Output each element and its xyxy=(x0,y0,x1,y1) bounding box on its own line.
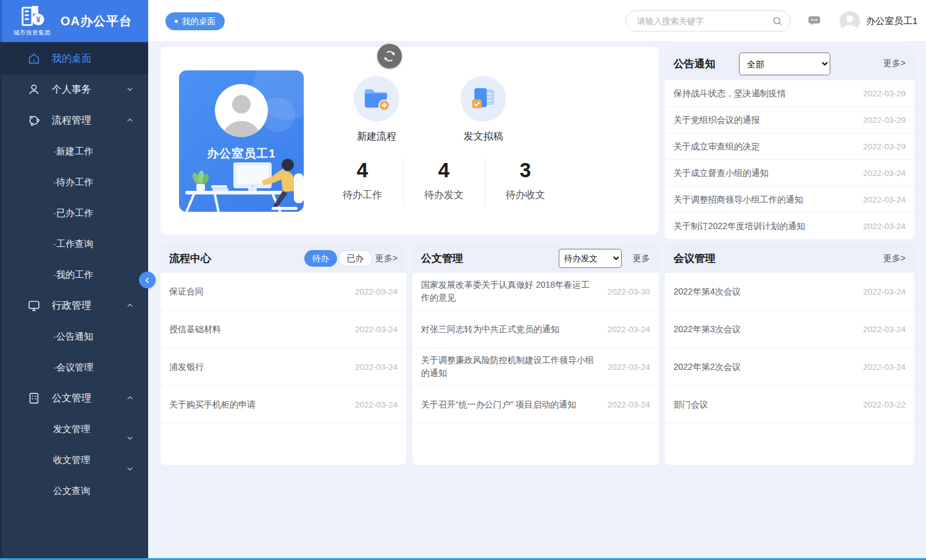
sidebar-item-incoming-doc[interactable]: 收文管理 xyxy=(0,445,148,475)
more-link[interactable]: 更多 xyxy=(633,253,650,264)
card-avatar xyxy=(215,84,268,137)
tab-my-desktop[interactable]: 我的桌面 xyxy=(165,12,225,30)
stat-todo-outgoing[interactable]: 4 待办发文 xyxy=(401,158,487,202)
panel-title: 会议管理 xyxy=(674,251,715,265)
chevron-down-icon xyxy=(125,85,135,94)
stat-label: 待办收文 xyxy=(482,189,569,202)
list-item[interactable]: 2022年第3次会议2022-03-24 xyxy=(665,311,914,348)
tab-todo[interactable]: 待办 xyxy=(304,250,337,267)
meetings-panel: 会议管理 更多> 2022年第4次会议2022-03-24 2022年第3次会议… xyxy=(665,244,914,465)
sidebar-item-work-query[interactable]: ·工作查询 xyxy=(0,228,148,259)
list-item[interactable]: 2022年第4次会议2022-03-24 xyxy=(665,273,914,311)
chevron-left-icon xyxy=(143,275,152,285)
refresh-button[interactable] xyxy=(377,44,402,69)
workflow-icon xyxy=(27,114,41,127)
quick-action-label: 发文拟稿 xyxy=(440,130,527,143)
stat-todo-work[interactable]: 4 待办工作 xyxy=(319,158,406,202)
meetings-header: 会议管理 更多> xyxy=(665,244,914,273)
company-logo: ¥ 城市投资集团 xyxy=(12,2,52,37)
more-link[interactable]: 更多> xyxy=(883,58,906,69)
meetings-list: 2022年第4次会议2022-03-24 2022年第3次会议2022-03-2… xyxy=(665,273,914,424)
list-item[interactable]: 国家发展改革委关于认真做好 2018年春运工作的意见2022-03-30 xyxy=(412,273,659,311)
list-item[interactable]: 对张三同志转为中共正式党员的通知2022-03-24 xyxy=(412,311,659,348)
workspace-illustration xyxy=(179,155,304,212)
sidebar-item-process-mgmt[interactable]: 流程管理 xyxy=(0,105,148,136)
list-item[interactable]: 部门会议2022-03-22 xyxy=(665,386,914,424)
tab-done[interactable]: 已办 xyxy=(338,250,372,267)
stat-todo-incoming[interactable]: 3 待办收文 xyxy=(482,158,569,202)
quick-action-label: 新建流程 xyxy=(333,130,420,143)
message-icon[interactable] xyxy=(807,15,821,27)
window-left-edge xyxy=(0,0,2,560)
sidebar-item-my-work[interactable]: ·我的工作 xyxy=(0,259,148,290)
announcements-header: 公告通知 全部 更多> xyxy=(665,47,914,80)
stat-divider xyxy=(485,158,485,206)
sidebar-item-doc-query[interactable]: 公文查询 xyxy=(0,475,148,506)
more-link[interactable]: 更多> xyxy=(375,253,398,264)
quick-action-new-process[interactable]: 新建流程 xyxy=(333,76,420,143)
sidebar-header: ¥ 城市投资集团 OA办公平台 xyxy=(0,0,148,42)
process-center-panel: 流程中心 待办 已办 更多> 保证合同2022-03-24 授信基础材料2022… xyxy=(161,244,406,465)
topbar: 我的桌面 办公室员工1 xyxy=(148,0,926,42)
chevron-down-icon xyxy=(125,455,135,464)
stat-value: 4 xyxy=(319,158,406,183)
sidebar-item-outgoing-doc[interactable]: 发文管理 xyxy=(0,414,148,445)
documents-filter-select[interactable]: 待办发文 xyxy=(559,249,622,268)
user-avatar[interactable] xyxy=(840,11,860,31)
list-item[interactable]: 保证合同2022-03-24 xyxy=(161,273,406,311)
announcements-filter-select[interactable]: 全部 xyxy=(739,52,830,75)
oa-dashboard: ¥ 城市投资集团 OA办公平台 我的桌面 个人事务 xyxy=(0,0,926,560)
svg-text:¥: ¥ xyxy=(36,15,41,24)
chevron-up-icon xyxy=(125,115,135,125)
list-item[interactable]: 关于购买手机柜的申请2022-03-24 xyxy=(161,386,406,424)
stat-value: 3 xyxy=(482,158,569,183)
sidebar-item-admin-mgmt[interactable]: 行政管理 xyxy=(0,290,148,321)
sidebar-item-my-desktop[interactable]: 我的桌面 xyxy=(0,43,148,74)
process-center-header: 流程中心 待办 已办 更多> xyxy=(161,244,406,273)
sidebar-item-announcements[interactable]: ·公告通知 xyxy=(0,321,148,352)
documents-list: 国家发展改革委关于认真做好 2018年春运工作的意见2022-03-30 对张三… xyxy=(412,273,659,424)
list-item[interactable]: 关于成立督查小组的通知2022-03-24 xyxy=(665,160,914,186)
home-icon xyxy=(27,52,41,65)
list-item[interactable]: 关于调整廉政风险防控机制建设工作领导小组的通知2022-03-24 xyxy=(412,348,659,386)
sidebar-item-personal-affairs[interactable]: 个人事务 xyxy=(0,74,148,105)
more-link[interactable]: 更多> xyxy=(883,253,906,264)
list-item[interactable]: 保持战斗状态，坚决遏制疫情2022-03-29 xyxy=(665,80,914,107)
sidebar-item-label: 我的桌面 xyxy=(52,52,91,65)
list-item[interactable]: 关于调整招商领导小组工作的通知2022-03-24 xyxy=(665,186,914,213)
avatar-person-icon xyxy=(215,84,268,137)
sidebar-item-doc-mgmt[interactable]: 公文管理 xyxy=(0,383,148,414)
search-box xyxy=(625,10,791,31)
announcements-panel: 公告通知 全部 更多> 保持战斗状态，坚决遏制疫情2022-03-29 关于党组… xyxy=(665,47,914,240)
building-yuan-icon: ¥ xyxy=(19,4,46,28)
documents-header: 公文管理 待办发文 更多 xyxy=(412,244,659,273)
app-title: OA办公平台 xyxy=(60,13,132,30)
monitor-icon xyxy=(27,299,41,312)
quick-action-draft-doc[interactable]: 发文拟稿 xyxy=(440,76,527,143)
sidebar-item-new-work[interactable]: ·新建工作 xyxy=(0,136,148,167)
stat-divider xyxy=(403,158,404,206)
list-item[interactable]: 关于召开“统一办公门户” 项目启动的通知2022-03-24 xyxy=(412,386,659,424)
search-input[interactable] xyxy=(636,16,772,27)
panel-title: 流程中心 xyxy=(169,251,211,265)
list-item[interactable]: 关于制订2022年度培训计划的通知2022-03-24 xyxy=(665,213,914,240)
list-item[interactable]: 授信基础材料2022-03-24 xyxy=(161,311,406,348)
sidebar-item-label: 个人事务 xyxy=(52,83,91,96)
sidebar-item-todo-work[interactable]: ·待办工作 xyxy=(0,167,148,198)
sidebar-item-meeting-mgmt[interactable]: ·会议管理 xyxy=(0,352,148,383)
avatar-person-icon xyxy=(840,11,860,31)
sidebar-item-done-work[interactable]: ·已办工作 xyxy=(0,198,148,228)
list-item[interactable]: 浦发银行2022-03-24 xyxy=(161,348,406,386)
announcements-list: 保持战斗状态，坚决遏制疫情2022-03-29 关于党组织会议的通报2022-0… xyxy=(665,80,914,240)
list-item[interactable]: 关于成立审查组的决定2022-03-29 xyxy=(665,133,914,160)
refresh-icon xyxy=(383,49,396,63)
username: 办公室员工1 xyxy=(866,15,917,27)
sidebar-collapse-button[interactable] xyxy=(139,272,156,288)
list-item[interactable]: 2022年第2次会议2022-03-24 xyxy=(665,348,914,386)
search-icon[interactable] xyxy=(772,15,783,27)
documents-panel: 公文管理 待办发文 更多 国家发展改革委关于认真做好 2018年春运工作的意见2… xyxy=(412,244,659,465)
list-item[interactable]: 关于党组织会议的通报2022-03-29 xyxy=(665,107,914,133)
company-name: 城市投资集团 xyxy=(12,29,52,37)
sidebar-menu: 我的桌面 个人事务 流程管理 xyxy=(0,43,148,506)
chevron-up-icon xyxy=(125,393,135,403)
